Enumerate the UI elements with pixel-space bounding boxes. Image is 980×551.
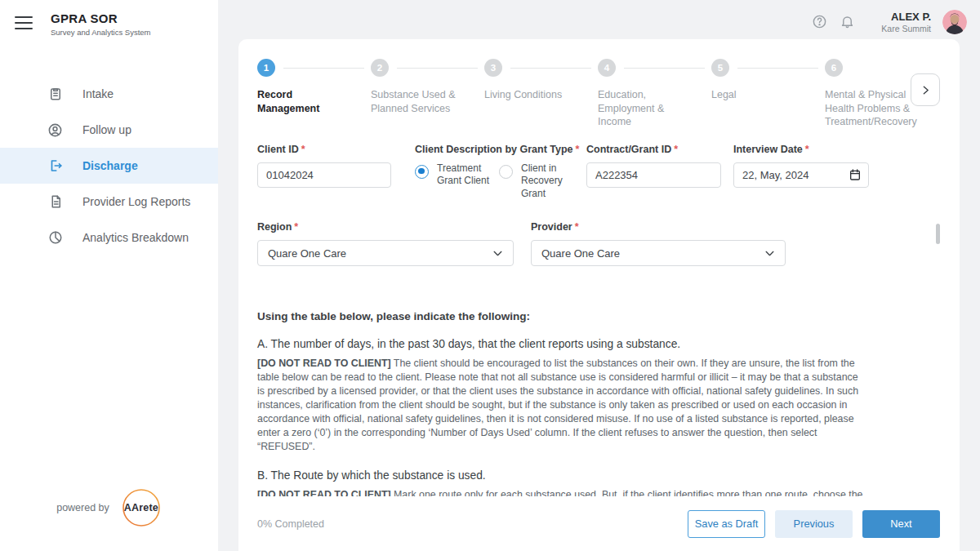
user-avatar[interactable] xyxy=(942,10,967,34)
required-asterisk: * xyxy=(294,221,298,233)
step-connector xyxy=(510,68,591,69)
stepper-next-button[interactable] xyxy=(911,73,940,106)
sidebar-item-label: Provider Log Reports xyxy=(82,195,190,208)
radio-unselected-icon xyxy=(499,165,513,179)
required-asterisk: * xyxy=(575,221,579,233)
step-connector xyxy=(737,68,818,69)
provider-label: Provider* xyxy=(531,221,786,233)
step-label: Record Management xyxy=(257,88,349,115)
grant-type-radio-group: Treatment Grant Client Client in Recover… xyxy=(415,162,575,201)
previous-button[interactable]: Previous xyxy=(775,510,853,538)
aarete-logo: AArete xyxy=(121,487,162,528)
required-asterisk: * xyxy=(301,144,305,155)
do-not-read-tag: [DO NOT READ TO CLIENT] xyxy=(257,358,391,369)
radio-label: Client in Recovery Grant xyxy=(521,162,575,201)
radio-treatment-grant-client[interactable]: Treatment Grant Client xyxy=(415,162,491,201)
step-connector xyxy=(624,68,705,69)
region-label: Region* xyxy=(257,221,514,233)
step-number: 4 xyxy=(598,59,616,77)
document-icon xyxy=(47,194,63,210)
required-asterisk: * xyxy=(674,144,678,155)
step-label: Mental & Physical Health Problems & Trea… xyxy=(825,88,916,129)
step-living-conditions[interactable]: 3 Living Conditions xyxy=(484,59,598,129)
form-row-1: Client ID* Client Description by Grant T… xyxy=(238,144,960,201)
sidebar-nav: Intake Follow up Discharge Provider Log … xyxy=(0,76,218,256)
sidebar-item-discharge[interactable]: Discharge xyxy=(0,148,218,184)
step-label: Substance Used & Planned Services xyxy=(371,88,462,115)
step-connector xyxy=(397,68,478,69)
step-number: 5 xyxy=(711,59,729,77)
radio-selected-icon xyxy=(415,165,429,179)
sidebar-item-label: Follow up xyxy=(82,123,131,136)
grant-type-label: Client Description by Grant Type* xyxy=(415,144,575,155)
next-button[interactable]: Next xyxy=(862,510,940,538)
sidebar-item-provider-log-reports[interactable]: Provider Log Reports xyxy=(0,184,218,220)
pie-chart-icon xyxy=(47,230,63,246)
instructions-intro: Using the table below, please indicate t… xyxy=(257,310,940,322)
radio-label: Treatment Grant Client xyxy=(437,162,491,188)
radio-client-in-recovery-grant[interactable]: Client in Recovery Grant xyxy=(499,162,575,201)
step-label: Living Conditions xyxy=(484,88,576,102)
step-connector xyxy=(283,68,364,69)
sidebar: GPRA SOR Survey and Analytics System Int… xyxy=(0,0,218,551)
chevron-down-icon xyxy=(764,248,775,259)
sidebar-item-intake[interactable]: Intake xyxy=(0,76,218,112)
top-header: ALEX P. Kare Summit xyxy=(218,0,980,43)
client-id-input[interactable] xyxy=(257,162,391,188)
step-record-management[interactable]: 1 Record Management xyxy=(257,59,371,129)
required-asterisk: * xyxy=(576,144,580,155)
sidebar-item-label: Analytics Breakdown xyxy=(82,231,189,244)
user-organization: Kare Summit xyxy=(881,24,931,33)
step-education-employment-income[interactable]: 4 Education, Employment & Income xyxy=(598,59,711,129)
user-name: ALEX P. xyxy=(881,11,931,23)
section-a-title: A. The number of days, in the past 30 da… xyxy=(257,338,940,350)
aarete-logo-text: AArete xyxy=(124,502,158,513)
vertical-scrollbar-thumb[interactable] xyxy=(936,224,940,244)
progress-status: 0% Completed xyxy=(257,518,324,530)
help-icon[interactable] xyxy=(811,14,827,30)
app-subtitle: Survey and Analytics System xyxy=(51,28,151,37)
person-refresh-icon xyxy=(47,122,63,138)
client-id-label: Client ID* xyxy=(257,144,391,155)
step-substance-used[interactable]: 2 Substance Used & Planned Services xyxy=(371,59,484,129)
step-number: 2 xyxy=(371,59,389,77)
provider-select[interactable]: Quare One Care xyxy=(531,240,786,266)
logout-icon xyxy=(47,158,63,174)
sidebar-item-follow-up[interactable]: Follow up xyxy=(0,112,218,148)
form-footer: 0% Completed Save as Draft Previous Next xyxy=(238,496,960,551)
form-row-2: Region* Quare One Care Provider* Quare O… xyxy=(238,221,960,266)
section-b-title: B. The Route by which the substance is u… xyxy=(257,469,940,482)
brand-header: GPRA SOR Survey and Analytics System xyxy=(0,0,218,37)
instructions-section: Using the table below, please indicate t… xyxy=(238,310,960,516)
user-menu[interactable]: ALEX P. Kare Summit xyxy=(881,11,931,33)
sidebar-item-label: Intake xyxy=(82,87,114,100)
step-legal[interactable]: 5 Legal xyxy=(711,59,825,129)
notification-bell-icon[interactable] xyxy=(839,14,855,30)
menu-icon[interactable] xyxy=(15,16,33,29)
powered-by: powered by AArete xyxy=(0,487,218,528)
step-number: 3 xyxy=(484,59,502,77)
step-number: 6 xyxy=(825,59,843,77)
section-a-paragraph: [DO NOT READ TO CLIENT] The client shoul… xyxy=(257,357,863,454)
contract-grant-id-label: Contract/Grant ID* xyxy=(586,144,721,155)
clipboard-icon xyxy=(47,87,63,102)
contract-grant-id-input[interactable] xyxy=(586,162,721,188)
interview-date-label: Interview Date* xyxy=(733,144,869,155)
region-select[interactable]: Quare One Care xyxy=(257,240,514,266)
form-card: 1 Record Management 2 Substance Used & P… xyxy=(238,39,960,551)
step-number: 1 xyxy=(257,59,275,77)
sidebar-item-label: Discharge xyxy=(82,159,138,172)
calendar-icon[interactable] xyxy=(849,168,862,184)
step-label: Legal xyxy=(711,88,803,102)
chevron-down-icon xyxy=(492,248,503,259)
provider-select-value: Quare One Care xyxy=(541,247,620,260)
powered-by-label: powered by xyxy=(56,502,109,513)
step-label: Education, Employment & Income xyxy=(598,88,689,129)
required-asterisk: * xyxy=(805,144,809,155)
app-title: GPRA SOR xyxy=(51,11,151,25)
stepper: 1 Record Management 2 Substance Used & P… xyxy=(238,39,960,129)
save-as-draft-button[interactable]: Save as Draft xyxy=(688,510,765,538)
region-select-value: Quare One Care xyxy=(268,247,346,260)
sidebar-item-analytics-breakdown[interactable]: Analytics Breakdown xyxy=(0,220,218,256)
